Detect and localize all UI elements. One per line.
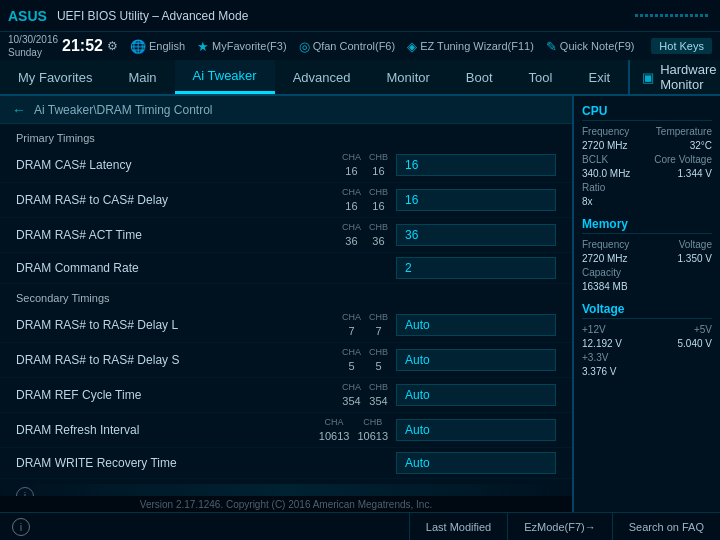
dram-refresh-interval-input[interactable]: Auto [396, 419, 556, 441]
memory-section-title: Memory [582, 217, 712, 234]
cpu-ratio-value-row: 8x [582, 196, 712, 207]
top-bar: ASUS UEFI BIOS Utility – Advanced Mode [0, 0, 720, 32]
dram-refresh-channels: CHA 10613 CHB 10613 [319, 417, 388, 443]
dram-ras-act-time-label: DRAM RAS# ACT Time [16, 228, 342, 242]
cpu-frequency-value: 2720 MHz [582, 140, 628, 151]
memory-voltage-label: Voltage [679, 239, 712, 250]
ez-mode-button[interactable]: EzMode(F7)→ [507, 513, 612, 540]
main-content: ← Ai Tweaker\DRAM Timing Control Primary… [0, 96, 720, 512]
nav-tool[interactable]: Tool [511, 60, 571, 94]
globe-icon: 🌐 [130, 39, 146, 54]
note-icon: ✎ [546, 39, 557, 54]
memory-capacity-label: Capacity [582, 267, 621, 278]
cpu-frequency-label: Frequency [582, 126, 629, 137]
language-item[interactable]: 🌐 English [130, 39, 185, 54]
version-text: Version 2.17.1246. Copyright (C) 2016 Am… [140, 499, 432, 510]
dram-command-rate-input[interactable]: 2 [396, 257, 556, 279]
qfan-item[interactable]: ◎ Qfan Control(F6) [299, 39, 396, 54]
cpu-frequency-value-row: 2720 MHz 32°C [582, 140, 712, 151]
dram-ras-cas-delay-input[interactable]: 16 [396, 189, 556, 211]
primary-timings-title: Primary Timings [0, 124, 572, 148]
hotkeys-button[interactable]: Hot Keys [651, 38, 712, 54]
asus-logo: ASUS [8, 8, 47, 24]
breadcrumb-text: Ai Tweaker\DRAM Timing Control [34, 103, 213, 117]
dram-ras-act-time-input[interactable]: 36 [396, 224, 556, 246]
voltage-5v-label: +5V [694, 324, 712, 335]
bottom-left: i [0, 518, 42, 536]
dram-write-recovery-time-input[interactable]: Auto [396, 452, 556, 474]
dram-write-recovery-time-row[interactable]: DRAM WRITE Recovery Time Auto [0, 448, 572, 479]
voltage-section: Voltage +12V +5V 12.192 V 5.040 V +3.3V … [582, 302, 712, 377]
dram-ref-cycle-time-label: DRAM REF Cycle Time [16, 388, 342, 402]
hotkeys-label: Hot Keys [659, 40, 704, 52]
cpu-bclk-label: BCLK [582, 154, 608, 165]
quicknote-label: Quick Note(F9) [560, 40, 635, 52]
channel-a: CHA 7 [342, 312, 361, 338]
status-bar: 10/30/2016Sunday 21:52 ⚙ 🌐 English ★ MyF… [0, 32, 720, 60]
voltage-3v-row: +3.3V [582, 352, 712, 363]
ez-mode-label: EzMode(F7)→ [524, 521, 596, 533]
bottom-info-icon[interactable]: i [12, 518, 30, 536]
dram-command-rate-row[interactable]: DRAM Command Rate 2 [0, 253, 572, 284]
channel-b: CHB 10613 [357, 417, 388, 443]
gear-icon[interactable]: ⚙ [107, 39, 118, 53]
voltage-12v-label: +12V [582, 324, 606, 335]
eztuning-item[interactable]: ◈ EZ Tuning Wizard(F11) [407, 39, 534, 54]
cpu-temperature-value: 32°C [690, 140, 712, 151]
nav-exit[interactable]: Exit [570, 60, 628, 94]
search-faq-button[interactable]: Search on FAQ [612, 513, 720, 540]
dram-ras-delay-s-input[interactable]: Auto [396, 349, 556, 371]
voltage-3v-value-row: 3.376 V [582, 366, 712, 377]
dram-ras-delay-s-row[interactable]: DRAM RAS# to RAS# Delay S CHA 5 CHB 5 Au… [0, 343, 572, 378]
memory-capacity-row: Capacity [582, 267, 712, 278]
myfavorite-label: MyFavorite(F3) [212, 40, 287, 52]
hw-monitor-nav-label: ▣ Hardware Monitor [628, 60, 720, 94]
dram-cas-latency-row[interactable]: DRAM CAS# Latency CHA 16 CHB 16 16 [0, 148, 572, 183]
hardware-monitor-panel: CPU Frequency Temperature 2720 MHz 32°C … [572, 96, 720, 512]
dram-ref-cycle-time-row[interactable]: DRAM REF Cycle Time CHA 354 CHB 354 Auto [0, 378, 572, 413]
dram-ras-delay-l-channels: CHA 7 CHB 7 [342, 312, 388, 338]
memory-voltage-value: 1.350 V [678, 253, 712, 264]
back-arrow-icon[interactable]: ← [12, 102, 26, 118]
nav-monitor[interactable]: Monitor [369, 60, 448, 94]
dram-ras-act-time-row[interactable]: DRAM RAS# ACT Time CHA 36 CHB 36 36 [0, 218, 572, 253]
channel-a: CHA 5 [342, 347, 361, 373]
voltage-12v-row: +12V +5V [582, 324, 712, 335]
dram-cas-channels: CHA 16 CHB 16 [342, 152, 388, 178]
nav-main[interactable]: Main [110, 60, 174, 94]
nav-advanced[interactable]: Advanced [275, 60, 369, 94]
cpu-ratio-row: Ratio [582, 182, 712, 193]
cpu-core-voltage-value: 1.344 V [678, 168, 712, 179]
memory-frequency-label: Frequency [582, 239, 629, 250]
dram-cas-latency-input[interactable]: 16 [396, 154, 556, 176]
quicknote-item[interactable]: ✎ Quick Note(F9) [546, 39, 635, 54]
nav-boot[interactable]: Boot [448, 60, 511, 94]
dram-ras-delay-l-input[interactable]: Auto [396, 314, 556, 336]
cpu-ratio-label: Ratio [582, 182, 605, 193]
channel-a: CHA 16 [342, 152, 361, 178]
datetime: 10/30/2016Sunday 21:52 ⚙ [8, 33, 118, 59]
voltage-12v-value-row: 12.192 V 5.040 V [582, 338, 712, 349]
language-label: English [149, 40, 185, 52]
cpu-ratio-value: 8x [582, 196, 593, 207]
cpu-bclk-value: 340.0 MHz [582, 168, 630, 179]
last-modified-button[interactable]: Last Modified [409, 513, 507, 540]
dram-ras-delay-l-row[interactable]: DRAM RAS# to RAS# Delay L CHA 7 CHB 7 Au… [0, 308, 572, 343]
dram-ref-cycle-time-input[interactable]: Auto [396, 384, 556, 406]
dram-refresh-interval-label: DRAM Refresh Interval [16, 423, 319, 437]
nav-ai-tweaker[interactable]: Ai Tweaker [175, 60, 275, 94]
circuit-decoration [0, 484, 572, 496]
cpu-bclk-row: BCLK Core Voltage [582, 154, 712, 165]
last-modified-label: Last Modified [426, 521, 491, 533]
channel-b: CHB 16 [369, 152, 388, 178]
date-display: 10/30/2016Sunday [8, 33, 58, 59]
voltage-3v-value: 3.376 V [582, 366, 616, 377]
bios-title: UEFI BIOS Utility – Advanced Mode [57, 9, 248, 23]
myfavorite-item[interactable]: ★ MyFavorite(F3) [197, 39, 287, 54]
nav-my-favorites[interactable]: My Favorites [0, 60, 110, 94]
dram-command-rate-label: DRAM Command Rate [16, 261, 322, 275]
dram-ras-delay-s-label: DRAM RAS# to RAS# Delay S [16, 353, 342, 367]
dram-ras-cas-delay-row[interactable]: DRAM RAS# to CAS# Delay CHA 16 CHB 16 16 [0, 183, 572, 218]
eztuning-label: EZ Tuning Wizard(F11) [420, 40, 534, 52]
dram-refresh-interval-row[interactable]: DRAM Refresh Interval CHA 10613 CHB 1061… [0, 413, 572, 448]
